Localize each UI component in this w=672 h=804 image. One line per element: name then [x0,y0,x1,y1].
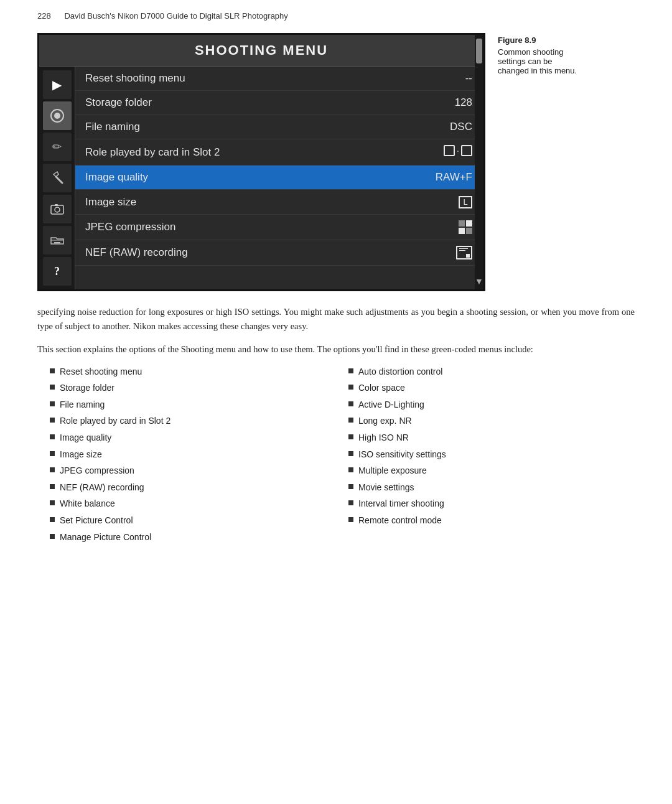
bullet-text: ISO sensitivity settings [358,449,446,461]
bullet-icon [50,385,55,390]
bullet-text: Remote control mode [358,515,442,527]
bullet-left-item: JPEG compression [50,465,336,477]
menu-row-value-3: · [444,145,472,159]
menu-row-value-1: 128 [455,96,472,109]
screen-menu: Reset shooting menu--Storage folder128Fi… [75,67,483,289]
bullet-icon [50,517,55,522]
bullet-right-item: Remote control mode [348,515,635,527]
bullet-left-item: Image size [50,449,336,461]
bullet-left-item: Role played by card in Slot 2 [50,415,336,428]
bullet-text: Reset shooting menu [60,366,142,378]
bullet-icon [50,500,55,505]
bullet-right-item: Multiple exposure [348,465,635,477]
bullet-right-item: Interval timer shooting [348,498,635,510]
sidebar-pencil-icon[interactable]: ✏ [43,133,72,161]
sidebar-wrench-icon[interactable] [43,164,72,192]
menu-row-label-2: File naming [85,121,140,133]
bullet-icon [348,368,353,373]
bullet-text: Storage folder [60,382,114,395]
bullet-icon [348,500,353,505]
bullet-left-item: Manage Picture Control [50,531,336,544]
figure-caption: Figure 8.9 Common shooting settings can … [498,33,585,75]
bullet-left-item: Storage folder [50,382,336,395]
page-header: 228 David Busch's Nikon D7000 Guide to D… [0,0,672,27]
figure-text: Common shooting settings can be changed … [498,47,585,75]
bullet-col-left: Reset shooting menuStorage folderFile na… [37,366,336,548]
bullet-left-item: NEF (RAW) recording [50,482,336,494]
bullet-icon [50,534,55,539]
menu-row-6[interactable]: JPEG compression [75,215,483,240]
bullet-icon [348,418,353,423]
bullet-text: Multiple exposure [358,465,427,477]
bullet-icon [50,484,55,489]
bullet-icon [50,434,55,439]
bullet-left-item: Image quality [50,432,336,444]
sidebar-play-icon[interactable]: ▶ [43,70,72,99]
main-content: SHOOTING MENU ▶ ✏ [0,27,672,566]
menu-row-label-1: Storage folder [85,96,152,109]
menu-row-label-7: NEF (RAW) recording [85,246,188,259]
bullet-text: Auto distortion control [358,366,442,378]
bullet-text: Manage Picture Control [60,531,151,544]
sidebar-camera-icon[interactable] [43,195,72,223]
bullet-list: Reset shooting menuStorage folderFile na… [37,366,635,548]
scroll-thumb [476,39,482,63]
menu-row-label-0: Reset shooting menu [85,72,185,85]
bullet-right-item: Auto distortion control [348,366,635,378]
book-title: David Busch's Nikon D7000 Guide to Digit… [64,11,287,21]
menu-row-value-5: L [459,195,472,208]
bullet-text: White balance [60,498,115,510]
bullet-left-item: File naming [50,399,336,411]
sidebar-camera-dot-icon[interactable] [43,101,72,130]
body-paragraph-1: specifying noise reduction for long expo… [37,305,635,334]
bullet-right-item: Long exp. NR [348,415,635,428]
menu-row-1[interactable]: Storage folder128 [75,91,483,115]
bullet-icon [50,451,55,456]
svg-point-1 [54,113,60,119]
bullet-icon [50,368,55,373]
menu-row-7[interactable]: NEF (RAW) recording [75,240,483,266]
menu-row-value-2: DSC [450,121,472,133]
bullet-text: Role played by card in Slot 2 [60,415,170,428]
bullet-icon [348,451,353,456]
menu-row-value-0: -- [465,72,472,85]
bullet-text: Active D-Lighting [358,399,424,411]
bullet-text: Set Picture Control [60,515,133,527]
bullet-icon [50,401,55,406]
bullet-icon [348,401,353,406]
bullet-text: JPEG compression [60,465,134,477]
screen-body: ▶ ✏ [39,67,483,289]
menu-row-value-7 [456,246,472,259]
sidebar-folder-icon[interactable] [43,226,72,255]
menu-row-5[interactable]: Image sizeL [75,190,483,215]
sidebar-question-icon[interactable]: ? [43,257,72,286]
bullet-text: Image quality [60,432,111,444]
bullet-icon [50,418,55,423]
bullet-right-item: High ISO NR [348,432,635,444]
svg-rect-5 [55,204,58,206]
menu-row-label-4: Image quality [85,171,148,184]
bullet-icon [348,517,353,522]
bullet-text: Interval timer shooting [358,498,444,510]
menu-row-label-3: Role played by card in Slot 2 [85,146,220,159]
bullet-icon [348,467,353,472]
bullet-text: Long exp. NR [358,415,412,428]
menu-row-4[interactable]: Image qualityRAW+F [75,166,483,190]
scroll-indicator[interactable]: ▼ [475,35,483,289]
bullet-icon [348,434,353,439]
menu-row-0[interactable]: Reset shooting menu-- [75,67,483,91]
menu-row-3[interactable]: Role played by card in Slot 2· [75,139,483,166]
bullet-text: High ISO NR [358,432,409,444]
menu-row-value-6 [459,220,472,234]
menu-row-2[interactable]: File namingDSC [75,115,483,139]
svg-rect-3 [51,205,63,214]
bullet-text: Movie settings [358,482,414,494]
svg-line-2 [56,177,62,183]
figure-label: Figure 8.9 [498,35,585,45]
bullet-icon [348,484,353,489]
bullet-text: File naming [60,399,105,411]
bullet-right-item: Active D-Lighting [348,399,635,411]
camera-screen-wrapper: SHOOTING MENU ▶ ✏ [37,33,635,291]
camera-screen: SHOOTING MENU ▶ ✏ [37,33,485,291]
svg-rect-7 [54,242,60,243]
